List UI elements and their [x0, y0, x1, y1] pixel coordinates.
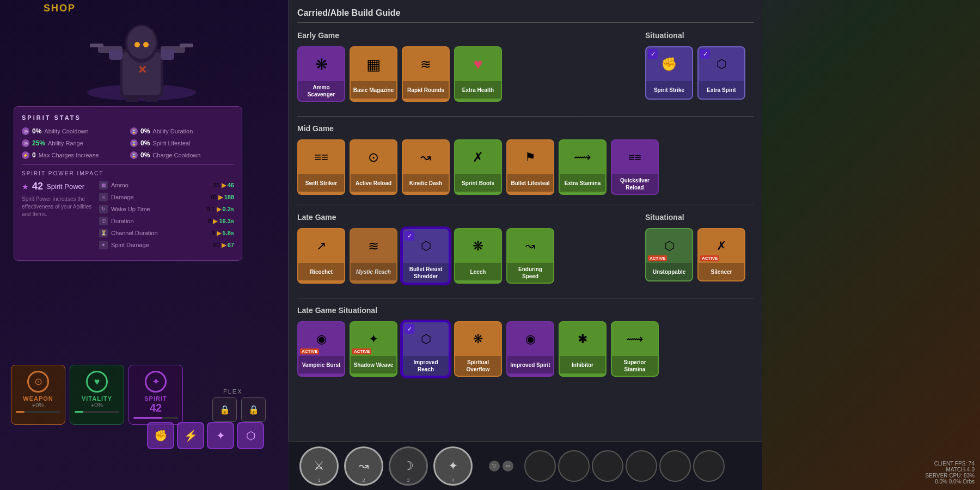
spirit-power-left: ★ 42 Spirit Power Spirit Power increases…	[22, 181, 93, 253]
enduring-speed-icon-area: ↝	[507, 229, 553, 263]
ability-4-icon: ✦	[448, 459, 458, 473]
item-basic-magazine[interactable]: ▦ Basic Magazine	[350, 46, 397, 102]
character-silhouette: ✕	[60, 16, 223, 103]
item-mystic-reach[interactable]: ≋ Mystic Reach	[350, 228, 397, 284]
item-bullet-resist-shredder[interactable]: ✓ ⬡ Bullet Resist Shredder	[402, 228, 450, 284]
spirit-card[interactable]: ✦ SPIRIT 42	[128, 365, 183, 425]
leech-icon: ❋	[473, 238, 483, 254]
mystic-reach-icon: ≋	[368, 238, 379, 254]
swift-striker-icon-area: ≡≡	[298, 140, 344, 174]
improved-reach-check: ✓	[405, 324, 414, 334]
spirit-bar-fill	[133, 417, 162, 419]
active-reload-icon: ⊙	[368, 150, 379, 165]
svg-rect-14	[125, 95, 139, 102]
item-shadow-weave[interactable]: ACTIVE ✦ Shadow Weave	[350, 321, 397, 377]
item-improved-reach[interactable]: ✓ ⬡ Improved Reach	[402, 321, 450, 377]
item-extra-spirit[interactable]: ✓ ⬡ Extra Spirit	[697, 46, 745, 100]
stat-ability-cooldown: ◎ 0% Ability Cooldown	[22, 127, 126, 135]
channel-icon: ⏳	[99, 229, 108, 237]
item-ricochet[interactable]: ↗ Ricochet	[297, 228, 345, 284]
silencer-active-badge: ACTIVE	[700, 255, 719, 261]
ability-slot-1[interactable]: ⚔ 1	[299, 446, 339, 486]
quicksilver-reload-icon: ≡≡	[628, 151, 641, 164]
wakeup-icon: ↻	[99, 205, 108, 213]
item-sprint-boots[interactable]: ✗ Sprint Boots	[454, 139, 502, 195]
ability-slot-3[interactable]: ☽ 3	[389, 446, 428, 486]
ability-3-num: 3	[407, 477, 409, 483]
ammo-scavenger-icon: ❋	[315, 56, 328, 74]
shadow-weave-icon: ✦	[369, 332, 378, 346]
vampiric-burst-active-badge: ACTIVE	[300, 348, 319, 354]
damage-icon: ⚔	[99, 193, 108, 201]
item-spirit-strike[interactable]: ✓ ✊ Spirit Strike	[645, 46, 693, 100]
extra-spirit-icon-area: ✓ ⬡	[699, 47, 744, 81]
spirit-icon: ✦	[145, 371, 167, 393]
item-enduring-speed[interactable]: ↝ Enduring Speed	[506, 228, 554, 284]
silencer-name: Silencer	[699, 263, 744, 280]
item-ammo-scavenger[interactable]: ❋ Ammo Scavenger	[297, 46, 345, 102]
flex-slot-2: 🔒	[241, 397, 266, 422]
spirit-strike-name: Spirit Strike	[646, 81, 692, 99]
shadow-weave-icon-area: ACTIVE ✦	[351, 322, 396, 356]
item-rapid-rounds[interactable]: ≋ Rapid Rounds	[402, 46, 450, 102]
ability-slot-4[interactable]: ✦ 4	[433, 446, 473, 486]
item-leech[interactable]: ❋ Leech	[454, 228, 502, 284]
item-vampiric-burst[interactable]: ACTIVE ◉ Vampiric Burst	[297, 321, 345, 377]
duration-icon: ⌛	[130, 127, 138, 135]
mid-game-section: Mid Game ≡≡ Swift Striker ⊙ Active Reloa…	[297, 124, 754, 195]
late-game-section: Late Game ↗ Ricochet ≋ Mystic Reach	[297, 213, 754, 293]
item-superior-stamina[interactable]: ⟿ Superior Stamina	[611, 321, 659, 377]
spirit-bar	[133, 417, 178, 419]
item-bullet-lifesteal[interactable]: ⚑ Bullet Lifesteal	[506, 139, 554, 195]
vitality-card[interactable]: ♥ VITALITY +0%	[70, 365, 124, 425]
extra-stamina-icon: ⟿	[574, 150, 591, 164]
item-silencer[interactable]: ACTIVE ✗ Silencer	[697, 228, 745, 281]
late-game-situational-label: Late Game Situational	[297, 306, 754, 315]
ability-slot-2[interactable]: ↝ 2	[344, 446, 383, 486]
extra-spirit-check: ✓	[700, 49, 710, 59]
item-inhibitor[interactable]: ✱ Inhibitor	[559, 321, 607, 377]
stat-row-spirit-dmg: ✦ Spirit Damage 50 ▶ 67	[99, 241, 234, 249]
item-kinetic-dash[interactable]: ↝ Kinetic Dash	[402, 139, 450, 195]
spirit-strike-check: ✓	[648, 49, 658, 59]
spirit-card-name: SPIRIT	[133, 395, 178, 402]
late-game-items-section: Late Game ↗ Ricochet ≋ Mystic Reach	[297, 213, 634, 293]
power-desc: Spirit Power increases the effectiveness…	[22, 195, 93, 218]
kinetic-dash-icon-area: ↝	[403, 140, 449, 174]
top-section: Early Game ❋ Ammo Scavenger ▦ Basic Maga…	[297, 31, 754, 112]
item-unstoppable[interactable]: ACTIVE ⬡ Unstoppable	[645, 228, 693, 281]
ability-3-icon: ☽	[403, 459, 414, 473]
spirit-ability-3[interactable]: ✦	[207, 422, 234, 449]
item-active-reload[interactable]: ⊙ Active Reload	[350, 139, 397, 195]
spirit-stats-panel: SPIRIT STATS ◎ 0% Ability Cooldown ⌛ 0% …	[14, 106, 242, 261]
item-spiritual-overflow[interactable]: ❋ Spiritual Overflow	[454, 321, 502, 377]
shadow-weave-name: Shadow Weave	[351, 356, 396, 373]
ability-2-num: 2	[362, 477, 365, 483]
spirit-ability-2[interactable]: ⚡	[177, 422, 204, 449]
ricochet-icon: ↗	[316, 239, 326, 253]
divider-1	[297, 116, 754, 117]
spirit-power-section: SPIRIT POWER IMPACT ★ 42 Spirit Power Sp…	[22, 164, 234, 253]
item-improved-spirit[interactable]: ◉ Improved Spirit	[506, 321, 554, 377]
lifesteal-icon: ⌛	[130, 139, 138, 147]
item-extra-health[interactable]: ♥ Extra Health	[454, 46, 502, 102]
spirit-ability-1[interactable]: ✊	[147, 422, 174, 449]
ammo-scavenger-name: Ammo Scavenger	[298, 81, 344, 101]
spiritual-overflow-icon: ❋	[473, 332, 483, 346]
unstoppable-icon: ⬡	[664, 239, 675, 253]
improved-spirit-icon-area: ◉	[507, 322, 553, 356]
improved-spirit-icon: ◉	[525, 332, 536, 346]
late-game-items: ↗ Ricochet ≋ Mystic Reach ✓ ⬡	[297, 228, 634, 284]
vitality-pct: +0%	[75, 402, 119, 408]
hud-fps: CLIENT FPS: 74	[926, 461, 975, 467]
weapon-bar-fill	[16, 411, 24, 413]
item-extra-stamina[interactable]: ⟿ Extra Stamina	[559, 139, 607, 195]
vitality-bar-fill	[75, 411, 83, 413]
weapon-card[interactable]: ⊙ WEAPON +0%	[11, 365, 65, 425]
spirit-power-main: ★ 42 Spirit Power Spirit Power increases…	[22, 181, 234, 253]
stat-spirit-lifesteal: ⌛ 0% Spirit Lifesteal	[130, 139, 234, 147]
item-quicksilver-reload[interactable]: ≡≡ Quicksilver Reload	[611, 139, 659, 195]
spirit-ability-4[interactable]: ⬡	[237, 422, 264, 449]
item-swift-striker[interactable]: ≡≡ Swift Striker	[297, 139, 345, 195]
bullet-lifesteal-icon: ⚑	[525, 150, 536, 164]
